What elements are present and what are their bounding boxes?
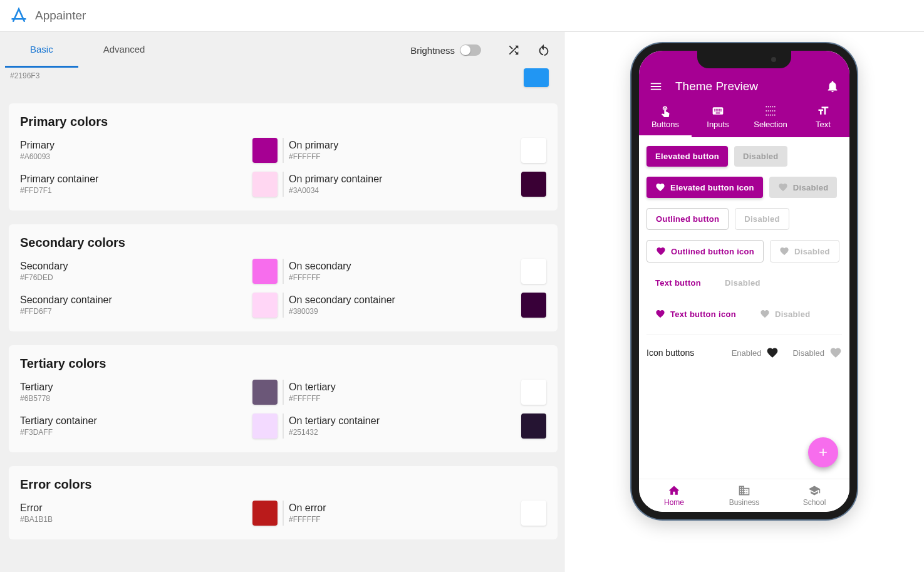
text-button[interactable]: Text button (646, 273, 710, 293)
color-swatch[interactable] (252, 501, 278, 526)
color-group-card: Error colorsError#BA1B1BOn error#FFFFFF (9, 466, 558, 539)
color-swatch[interactable] (252, 172, 278, 197)
color-cell: On error#FFFFFF (289, 501, 546, 526)
color-name: On primary (289, 140, 516, 151)
school-icon (808, 484, 821, 497)
preview-panel: Theme Preview Buttons Inputs (564, 32, 924, 572)
color-name: On tertiary container (289, 415, 516, 427)
color-hex: #251432 (289, 428, 516, 437)
preview-tab-text[interactable]: Text (797, 100, 849, 137)
tab-basic[interactable]: Basic (5, 33, 78, 68)
brightness-toggle[interactable] (460, 44, 481, 56)
color-swatch[interactable] (252, 138, 278, 163)
color-group-title: Primary colors (20, 115, 546, 129)
color-cell: On secondary#FFFFFF (289, 259, 546, 284)
color-swatch[interactable] (252, 259, 278, 284)
color-hex: #F76DED (20, 273, 247, 282)
preview-tab-buttons[interactable]: Buttons (639, 100, 692, 137)
color-name: On primary container (289, 174, 516, 185)
color-name: Tertiary container (20, 415, 247, 427)
heart-icon (778, 182, 788, 192)
color-cell: On tertiary container#251432 (289, 413, 546, 439)
color-cell: Tertiary#6B5778 (20, 380, 278, 405)
preview-title: Theme Preview (675, 80, 826, 93)
phone-notch (697, 51, 791, 68)
bottom-nav-business[interactable]: Business (709, 479, 779, 512)
color-name: Primary (20, 140, 247, 151)
elevated-button-disabled: Disabled (734, 146, 787, 167)
heart-icon (760, 309, 770, 319)
color-hex: #FFFFFF (289, 273, 516, 282)
color-group-card: Primary colorsPrimary#A60093On primary#F… (9, 103, 558, 211)
business-icon (738, 484, 750, 497)
preview-tab-selection[interactable]: Selection (744, 100, 797, 137)
menu-icon[interactable] (649, 80, 663, 93)
bottom-nav-home[interactable]: Home (639, 479, 709, 512)
color-swatch[interactable] (521, 259, 546, 284)
color-hex: #3A0034 (289, 186, 516, 195)
color-hex: #A60093 (20, 152, 247, 161)
elevated-button-icon[interactable]: Elevated button icon (646, 177, 763, 198)
color-hex: #6B5778 (20, 394, 247, 403)
content-scroll[interactable]: #2196F3 Primary colorsPrimary#A60093On p… (0, 68, 563, 572)
color-group-card: Secondary colorsSecondary#F76DEDOn secon… (9, 224, 558, 331)
reset-icon[interactable] (532, 39, 555, 61)
color-swatch[interactable] (252, 293, 278, 318)
bottom-nav: Home Business School (639, 479, 849, 512)
icon-button-disabled (829, 346, 842, 359)
icon-button-enabled[interactable] (766, 346, 779, 359)
color-cell: Tertiary container#F3DAFF (20, 413, 278, 439)
heart-icon (655, 182, 665, 192)
color-cell: Error#BA1B1B (20, 501, 278, 526)
color-swatch[interactable] (521, 172, 546, 197)
color-hex: #380039 (289, 307, 516, 316)
bell-icon[interactable] (826, 80, 839, 93)
tab-bar: Basic Advanced Brightness (0, 32, 564, 68)
bottom-nav-school[interactable]: School (779, 479, 849, 512)
color-cell: Secondary container#FFD6F7 (20, 293, 278, 318)
elevated-button[interactable]: Elevated button (646, 146, 728, 167)
color-group-title: Secondary colors (20, 236, 546, 250)
color-cell: Primary container#FFD7F1 (20, 172, 278, 197)
outlined-button-icon-disabled: Disabled (770, 240, 839, 263)
color-name: On secondary container (289, 294, 516, 306)
color-swatch[interactable] (521, 413, 546, 439)
color-swatch[interactable] (521, 380, 546, 405)
color-swatch[interactable] (521, 501, 546, 526)
color-cell: On primary container#3A0034 (289, 172, 546, 197)
color-swatch[interactable] (252, 380, 278, 405)
tab-advanced[interactable]: Advanced (78, 33, 170, 68)
icon-buttons-label: Icon buttons (646, 348, 727, 358)
color-hex: #FFFFFF (289, 394, 516, 403)
preview-tab-inputs[interactable]: Inputs (692, 100, 744, 137)
plus-icon (817, 446, 829, 459)
color-swatch[interactable] (521, 138, 546, 163)
color-hex: #FFFFFF (289, 515, 516, 524)
color-hex: #FFD7F1 (20, 186, 247, 195)
heart-icon (656, 246, 666, 256)
shuffle-icon[interactable] (502, 39, 525, 61)
color-cell: On primary#FFFFFF (289, 138, 546, 163)
color-name: Secondary container (20, 294, 247, 306)
color-swatch[interactable] (521, 293, 546, 318)
phone-frame: Theme Preview Buttons Inputs (631, 43, 857, 519)
color-group-title: Tertiary colors (20, 356, 546, 371)
heart-icon (779, 246, 789, 256)
seed-hex: #2196F3 (10, 71, 39, 80)
app-title: Appainter (35, 9, 86, 23)
color-name: Primary container (20, 174, 247, 185)
seed-swatch[interactable] (524, 68, 549, 87)
color-name: Error (20, 502, 247, 514)
color-name: On secondary (289, 261, 516, 272)
color-group-card: Tertiary colorsTertiary#6B5778On tertiar… (9, 345, 558, 452)
brightness-label: Brightness (410, 45, 455, 56)
elevated-button-icon-disabled: Disabled (769, 177, 838, 198)
outlined-button[interactable]: Outlined button (646, 208, 729, 230)
fab-button[interactable] (808, 437, 838, 467)
text-button-icon[interactable]: Text button icon (646, 303, 745, 325)
heart-icon (655, 309, 665, 319)
color-swatch[interactable] (252, 413, 278, 439)
app-header: Appainter (0, 0, 924, 32)
color-hex: #FFD6F7 (20, 307, 247, 316)
outlined-button-icon[interactable]: Outlined button icon (646, 240, 764, 263)
